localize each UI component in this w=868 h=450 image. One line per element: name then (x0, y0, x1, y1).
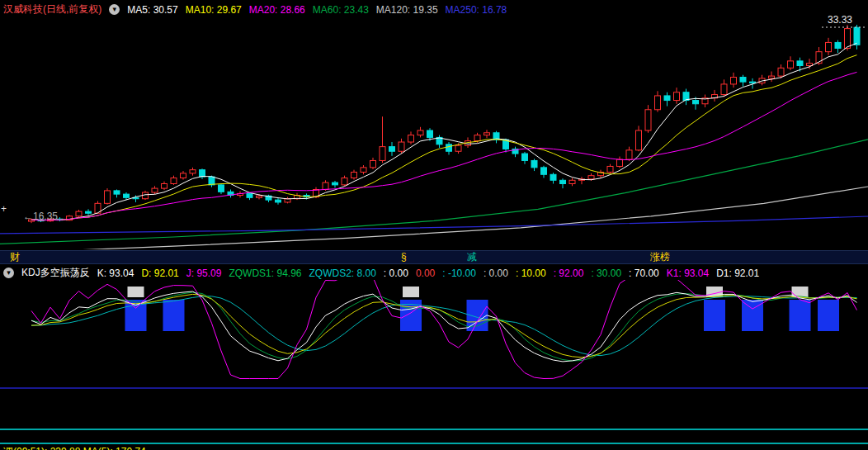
ma-values: MA5: 30.57MA10: 29.67MA20: 28.66MA60: 23… (127, 4, 514, 16)
kdj-value: ZQWDS2: 8.00 (309, 268, 375, 279)
strip-label[interactable]: § (401, 251, 407, 263)
chevron-down-icon[interactable]: ▾ (109, 4, 120, 15)
ma-label: MA60: 23.43 (313, 4, 369, 16)
kdj-value: : 10.00 (516, 268, 546, 279)
top-header: 汉威科技(日线,前复权) ▾ MA5: 30.57MA10: 29.67MA20… (3, 2, 514, 17)
kdj-header: ▾ KDJ多空振荡反 K: 93.04D: 92.01J: 95.09ZQWDS… (3, 266, 767, 280)
ma-label: MA20: 28.66 (249, 4, 305, 16)
kdj-value: : 0.00 (484, 268, 508, 279)
kdj-title: KDJ多空振荡反 (21, 266, 90, 280)
kdj-value: : 70.00 (629, 268, 659, 279)
kdj-value: K: 93.04 (97, 268, 134, 279)
ma-label: MA5: 30.57 (127, 4, 177, 16)
kdj-value: ZQWDS1: 94.96 (229, 268, 301, 279)
kdj-value: D1: 92.01 (716, 268, 759, 279)
crosshair-marker: + (1, 203, 7, 215)
ma-label: MA120: 19.35 (376, 4, 438, 16)
ma-label: MA250: 16.78 (446, 4, 507, 16)
kdj-value: K1: 93.04 (667, 268, 709, 279)
market-strip: 财§减涨榜 (0, 250, 868, 264)
app-window: 汉威科技(日线,前复权) ▾ MA5: 30.57MA10: 29.67MA20… (0, 0, 868, 450)
price-high-label: 33.33 (828, 14, 852, 26)
strip-label[interactable]: 减 (467, 251, 477, 263)
kdj-value: D: 92.01 (141, 268, 178, 279)
kdj-value: : 30.00 (591, 268, 621, 279)
kdj-value: : 0.00 (384, 268, 408, 279)
strip-label[interactable]: 涨榜 (650, 251, 670, 263)
ma-label: MA10: 29.67 (186, 4, 242, 16)
price-left-label: ←16.35 (23, 211, 58, 222)
kdj-values: K: 93.04D: 92.01J: 95.09ZQWDS1: 94.96ZQW… (97, 268, 767, 279)
kdj-value: : 92.00 (554, 268, 584, 279)
stock-title: 汉威科技(日线,前复权) (3, 2, 101, 17)
kdj-value: J: 95.09 (186, 268, 222, 279)
strip-label[interactable]: 财 (10, 251, 20, 263)
kdj-value: : -10.00 (442, 268, 476, 279)
footer-partial-text: 调(09:51): 239.88 MA(5): 170.74 (3, 445, 146, 450)
chevron-down-icon[interactable]: ▾ (3, 268, 14, 278)
chart-canvas[interactable] (0, 0, 868, 450)
kdj-value: 0.00 (416, 268, 435, 279)
